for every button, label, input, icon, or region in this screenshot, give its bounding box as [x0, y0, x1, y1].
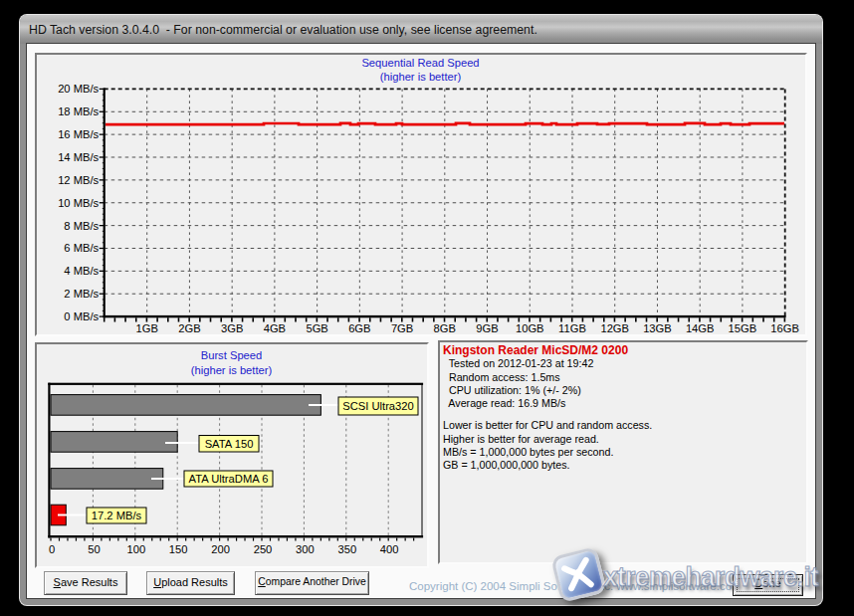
- svg-text:10GB: 10GB: [516, 322, 544, 334]
- svg-text:8GB: 8GB: [434, 322, 456, 334]
- svg-text:350: 350: [337, 543, 356, 555]
- svg-text:400: 400: [380, 543, 399, 555]
- svg-text:12 MB/s: 12 MB/s: [58, 174, 99, 186]
- svg-text:4 MB/s: 4 MB/s: [64, 265, 99, 277]
- svg-text:(higher is better): (higher is better): [380, 71, 462, 83]
- svg-text:ATA UltraDMA 6: ATA UltraDMA 6: [189, 473, 269, 485]
- svg-text:Burst Speed: Burst Speed: [201, 349, 263, 361]
- svg-text:11GB: 11GB: [558, 322, 586, 334]
- svg-text:18 MB/s: 18 MB/s: [58, 105, 99, 117]
- svg-text:0 MB/s: 0 MB/s: [64, 310, 99, 322]
- svg-text:100: 100: [126, 543, 145, 555]
- svg-text:250: 250: [254, 543, 273, 555]
- svg-text:17.2 MB/s: 17.2 MB/s: [92, 510, 142, 521]
- svg-text:7GB: 7GB: [391, 322, 413, 334]
- svg-text:16GB: 16GB: [770, 322, 799, 334]
- svg-text:6 MB/s: 6 MB/s: [64, 242, 99, 254]
- svg-text:150: 150: [169, 543, 188, 555]
- svg-text:Sequential Read Speed: Sequential Read Speed: [361, 57, 479, 69]
- svg-text:6GB: 6GB: [348, 322, 370, 334]
- svg-text:3GB: 3GB: [221, 322, 243, 334]
- svg-text:2 MB/s: 2 MB/s: [64, 288, 99, 300]
- svg-text:50: 50: [88, 543, 100, 555]
- svg-text:8 MB/s: 8 MB/s: [64, 220, 99, 232]
- svg-text:SCSI Ultra320: SCSI Ultra320: [342, 400, 414, 412]
- svg-text:12GB: 12GB: [600, 322, 629, 334]
- svg-text:20 MB/s: 20 MB/s: [58, 83, 99, 95]
- svg-text:13GB: 13GB: [643, 322, 672, 334]
- svg-text:0: 0: [49, 543, 55, 555]
- svg-text:SATA 150: SATA 150: [205, 438, 254, 450]
- svg-text:16 MB/s: 16 MB/s: [58, 128, 99, 140]
- svg-text:14GB: 14GB: [686, 322, 715, 334]
- svg-text:4GB: 4GB: [264, 322, 286, 334]
- svg-text:1GB: 1GB: [136, 322, 158, 334]
- svg-text:2GB: 2GB: [178, 322, 200, 334]
- svg-text:14 MB/s: 14 MB/s: [58, 151, 99, 163]
- svg-text:5GB: 5GB: [306, 322, 327, 334]
- svg-text:10 MB/s: 10 MB/s: [58, 197, 99, 209]
- svg-text:200: 200: [211, 543, 230, 555]
- svg-text:300: 300: [296, 543, 315, 555]
- svg-text:15GB: 15GB: [729, 322, 757, 334]
- svg-text:9GB: 9GB: [476, 322, 498, 334]
- svg-text:(higher is better): (higher is better): [191, 364, 273, 376]
